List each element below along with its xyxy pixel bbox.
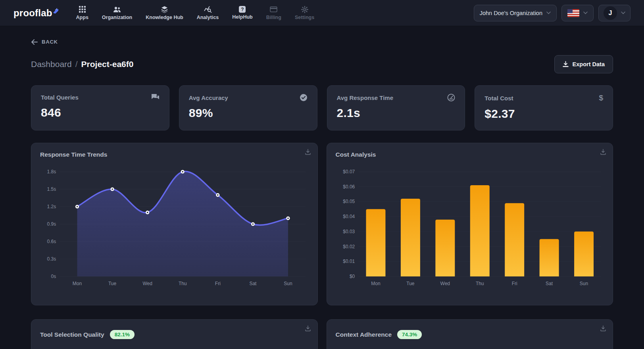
chat-icon [151,94,160,101]
response-time-line-chart: 0s0.3s0.6s0.9s1.2s1.5s1.8sMonTueWedThuFr… [40,165,309,291]
page-header: Dashboard / Project-ea6f0 Export Data [31,55,613,73]
svg-text:1.8s: 1.8s [47,169,56,174]
apps-grid-icon [79,6,86,13]
svg-text:$0.07: $0.07 [343,169,355,174]
chart-title: Cost Analysis [336,151,604,158]
download-chart-icon[interactable] [305,325,311,332]
svg-text:0.9s: 0.9s [47,221,56,227]
nav-item-settings[interactable]: Settings [295,6,314,20]
nav-label: Billing [266,15,281,20]
metric-title: Tool Selection Quality [40,331,104,338]
knowledge-hub-icon [161,6,168,13]
response-time-trends-card: Response Time Trends 0s0.3s0.6s0.9s1.2s1… [31,143,318,305]
nav-item-analytics[interactable]: Analytics [197,6,219,20]
svg-text:$0.05: $0.05 [343,199,355,204]
svg-text:$0: $0 [349,274,355,279]
breadcrumb-parent[interactable]: Dashboard [31,59,72,69]
svg-text:$0.06: $0.06 [343,184,355,190]
svg-text:0.3s: 0.3s [47,256,56,262]
download-chart-icon[interactable] [305,149,311,155]
settings-icon [301,6,308,13]
context-adherence-card: Context Adherence 74.3% [327,319,613,349]
main-content: BACK Dashboard / Project-ea6f0 Export Da… [0,26,644,349]
export-data-button[interactable]: Export Data [554,55,613,73]
helphub-icon: ? [239,6,246,13]
breadcrumb: Dashboard / Project-ea6f0 [31,59,133,69]
stat-label: Avg Accuracy [189,94,228,101]
main-nav: Apps Organization Knowledge Hub Analytic… [76,6,315,20]
svg-text:$0.02: $0.02 [343,244,355,249]
billing-icon [270,6,277,13]
stat-label: Avg Response Time [337,94,394,101]
back-label: BACK [42,39,58,45]
breadcrumb-separator: / [75,59,78,69]
navbar-right: John Doe's Organization J [474,5,631,21]
svg-text:1.5s: 1.5s [47,186,56,192]
nav-item-apps[interactable]: Apps [76,6,88,20]
nav-label: Apps [76,15,88,20]
organization-icon [113,6,121,13]
us-flag-icon [567,9,579,17]
svg-text:$0.03: $0.03 [343,229,355,234]
chevron-down-icon [546,12,551,14]
stat-card-total-cost: Total Cost $ $2.37 [475,85,613,130]
dollar-icon: $ [599,94,603,102]
download-icon [563,61,569,67]
stat-value: 2.1s [337,106,456,120]
nav-item-organization[interactable]: Organization [102,6,132,20]
stat-card-avg-accuracy: Avg Accuracy 89% [179,85,317,130]
org-selector-value: John Doe's Organization [480,10,542,16]
brand-logo[interactable]: prooflab [13,8,59,19]
svg-text:Sat: Sat [546,281,553,286]
chart-title: Response Time Trends [40,151,309,158]
svg-text:0s: 0s [51,274,56,279]
svg-text:1.2s: 1.2s [47,204,56,209]
arrow-left-icon [31,39,38,45]
svg-text:Thu: Thu [475,281,484,286]
metric-badge: 82.1% [110,330,135,339]
svg-text:Wed: Wed [440,281,450,286]
svg-text:Tue: Tue [108,281,117,286]
nav-label: Knowledge Hub [146,15,183,20]
nav-label: Settings [295,15,314,20]
tool-selection-quality-card: Tool Selection Quality 82.1% [31,319,318,349]
cost-analysis-bar-chart: $0$0.01$0.02$0.03$0.04$0.05$0.06$0.07Mon… [336,165,604,291]
stat-label: Total Queries [41,94,79,101]
nav-label: Organization [102,15,132,20]
download-chart-icon[interactable] [600,325,606,332]
chevron-down-icon [583,12,588,14]
svg-text:0.6s: 0.6s [47,239,56,244]
language-selector[interactable] [561,5,594,21]
svg-text:Sun: Sun [284,281,292,286]
page-title: Project-ea6f0 [81,59,134,69]
back-button[interactable]: BACK [31,39,58,45]
metrics-row: Tool Selection Quality 82.1% Context Adh… [31,319,613,349]
svg-text:Fri: Fri [511,281,517,286]
analytics-icon [204,6,212,13]
svg-text:Fri: Fri [215,281,221,286]
svg-text:$0.04: $0.04 [343,214,355,219]
charts-row: Response Time Trends 0s0.3s0.6s0.9s1.2s1… [31,143,613,305]
nav-item-billing[interactable]: Billing [266,6,281,20]
nav-item-helphub[interactable]: ? HelpHub [232,6,252,20]
nav-item-knowledge-hub[interactable]: Knowledge Hub [146,6,183,20]
gauge-icon [447,94,455,102]
top-navbar: prooflab Apps Organization Knowledge Hub [0,0,644,26]
metric-title: Context Adherence [336,331,392,338]
svg-text:Mon: Mon [371,281,380,286]
brand-name: prooflab [13,8,52,19]
brand-arrow-icon [53,8,59,15]
stat-value: 89% [189,106,308,120]
chevron-down-icon [621,12,625,14]
download-chart-icon[interactable] [600,149,606,155]
org-selector[interactable]: John Doe's Organization [474,5,557,21]
svg-text:Sun: Sun [579,281,588,286]
stat-card-total-queries: Total Queries 846 [31,85,169,130]
question-glyph: ? [241,7,244,12]
stat-card-avg-response-time: Avg Response Time 2.1s [327,85,465,130]
stat-value: 846 [41,106,160,119]
stats-row: Total Queries 846 Avg Accuracy 89% Avg R… [31,85,613,130]
svg-text:Sat: Sat [249,281,257,286]
svg-text:Wed: Wed [142,281,152,286]
user-menu[interactable]: J [598,5,631,21]
